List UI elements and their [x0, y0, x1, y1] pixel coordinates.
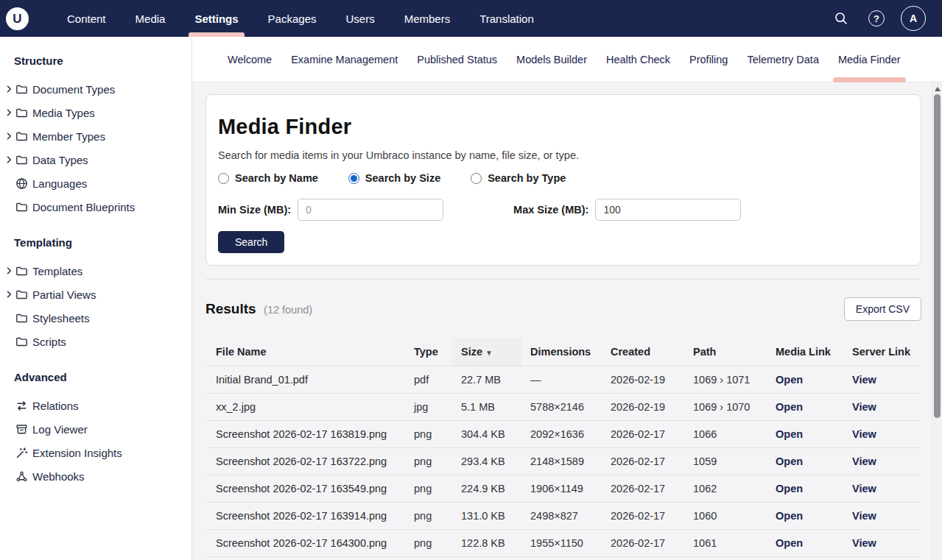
chevron-right-icon[interactable] — [4, 132, 14, 141]
tab-models-builder[interactable]: Models Builder — [507, 37, 597, 82]
topnav-item-settings[interactable]: Settings — [180, 0, 253, 37]
sidebar-item-data-types[interactable]: Data Types — [0, 148, 191, 171]
vertical-scrollbar[interactable] — [932, 82, 942, 560]
sidebar-item-document-types[interactable]: Document Types — [0, 77, 191, 101]
cell-file-name: Screenshot 2026-02-17 163914.png — [205, 503, 405, 530]
server-view-link[interactable]: View — [852, 428, 876, 440]
help-icon[interactable]: ? — [865, 7, 887, 29]
main-content: Media Finder Search for media items in y… — [192, 82, 942, 560]
sidebar-item-partial-views[interactable]: Partial Views — [0, 283, 191, 306]
cell-dimensions: 2148×1589 — [521, 448, 602, 475]
sidebar-item-scripts[interactable]: Scripts — [0, 330, 191, 353]
server-view-link[interactable]: View — [852, 537, 876, 549]
sort-desc-icon: ▼ — [485, 349, 493, 357]
column-header-media-link[interactable]: Media Link — [767, 338, 843, 366]
sidebar-item-stylesheets[interactable]: Stylesheets — [0, 306, 191, 330]
sidebar-item-log-viewer[interactable]: Log Viewer — [0, 417, 191, 441]
sidebar-item-label: Scripts — [32, 336, 66, 348]
cell-created: 2026-02-19 — [602, 394, 684, 421]
magic-wand-icon — [15, 447, 28, 459]
server-view-link[interactable]: View — [852, 456, 876, 467]
radio-search-by-size[interactable]: Search by Size — [348, 172, 440, 184]
min-size-input[interactable] — [298, 199, 443, 221]
media-open-link[interactable]: Open — [776, 456, 803, 467]
sidebar-item-label: Media Types — [32, 107, 95, 119]
umbraco-logo[interactable]: U — [6, 7, 29, 30]
sidebar-item-templates[interactable]: Templates — [0, 259, 191, 283]
scrollbar-up-arrow-icon[interactable] — [932, 85, 942, 93]
archive-box-icon — [15, 423, 28, 436]
webhook-icon — [15, 470, 28, 483]
topnav-item-media[interactable]: Media — [121, 0, 180, 37]
topnav-item-members[interactable]: Members — [390, 0, 465, 37]
search-mode-radio-group: Search by Name Search by Size Search by … — [218, 172, 909, 184]
avatar[interactable]: A — [901, 6, 926, 31]
server-view-link[interactable]: View — [852, 510, 876, 522]
media-open-link[interactable]: Open — [776, 428, 803, 440]
media-open-link[interactable]: Open — [776, 374, 803, 386]
server-view-link[interactable]: View — [852, 374, 876, 386]
cell-path: 1069 › 1071 — [684, 366, 767, 394]
search-button[interactable]: Search — [218, 231, 284, 253]
tab-telemetry-data[interactable]: Telemetry Data — [737, 37, 829, 82]
max-size-input[interactable] — [595, 199, 741, 221]
media-open-link[interactable]: Open — [776, 510, 803, 522]
sidebar-item-document-blueprints[interactable]: Document Blueprints — [0, 195, 191, 219]
chevron-right-icon[interactable] — [4, 85, 14, 93]
scrollbar-thumb[interactable] — [934, 94, 941, 418]
table-row: Initial Brand_01.pdf pdf 22.7 MB — 2026-… — [205, 366, 921, 394]
radio-input-name[interactable] — [218, 173, 229, 184]
tab-profiling[interactable]: Profiling — [680, 37, 737, 82]
cell-file-name: Screenshot 2026-02-17 163946.png — [205, 557, 405, 560]
server-view-link[interactable]: View — [852, 401, 876, 413]
tab-examine-management[interactable]: Examine Management — [281, 37, 407, 82]
chevron-right-icon[interactable] — [4, 108, 14, 117]
media-open-link[interactable]: Open — [776, 483, 803, 495]
chevron-right-icon[interactable] — [4, 155, 14, 164]
tab-health-check[interactable]: Health Check — [597, 37, 680, 82]
sidebar-item-label: Webhooks — [32, 470, 85, 483]
folder-icon — [15, 83, 28, 96]
folder-icon — [15, 201, 28, 213]
topnav-menu: Content Media Settings Packages Users Me… — [52, 0, 549, 37]
cell-size: 5.1 MB — [452, 394, 521, 421]
search-icon[interactable] — [830, 7, 852, 29]
media-open-link[interactable]: Open — [776, 401, 803, 413]
column-header-type[interactable]: Type — [405, 338, 452, 366]
radio-input-size[interactable] — [348, 173, 359, 184]
topnav-item-users[interactable]: Users — [331, 0, 389, 37]
sidebar-item-extension-insights[interactable]: Extension Insights — [0, 441, 191, 464]
dashboard-tabbar: Welcome Examine Management Published Sta… — [192, 37, 942, 82]
export-csv-button[interactable]: Export CSV — [844, 297, 921, 321]
chevron-right-icon[interactable] — [4, 290, 14, 299]
sidebar-item-webhooks[interactable]: Webhooks — [0, 464, 191, 488]
sidebar-item-member-types[interactable]: Member Types — [0, 124, 191, 148]
cell-created: 2026-02-17 — [602, 557, 684, 560]
topnav-item-packages[interactable]: Packages — [253, 0, 331, 37]
sidebar-item-relations[interactable]: Relations — [0, 394, 191, 417]
server-view-link[interactable]: View — [852, 483, 876, 495]
topnav-item-content[interactable]: Content — [52, 0, 121, 37]
column-header-file-name[interactable]: File Name — [205, 338, 405, 366]
cell-created: 2026-02-19 — [602, 366, 684, 394]
radio-search-by-type[interactable]: Search by Type — [471, 172, 566, 184]
column-header-created[interactable]: Created — [602, 338, 684, 366]
column-header-dimensions[interactable]: Dimensions — [521, 338, 602, 366]
cell-type: png — [405, 530, 452, 557]
globe-icon — [15, 177, 28, 190]
radio-search-by-name[interactable]: Search by Name — [218, 172, 318, 184]
tab-welcome[interactable]: Welcome — [218, 37, 281, 82]
column-header-path[interactable]: Path — [684, 338, 767, 366]
tab-media-finder[interactable]: Media Finder — [829, 37, 910, 82]
tab-published-status[interactable]: Published Status — [407, 37, 507, 82]
topnav-item-translation[interactable]: Translation — [465, 0, 549, 37]
radio-input-type[interactable] — [471, 173, 482, 184]
cell-path: 1060 — [684, 503, 767, 530]
sidebar-item-media-types[interactable]: Media Types — [0, 101, 191, 124]
cell-file-name: Screenshot 2026-02-17 163549.png — [205, 475, 405, 503]
chevron-right-icon[interactable] — [4, 266, 14, 275]
media-open-link[interactable]: Open — [776, 537, 803, 549]
column-header-size[interactable]: Size▼ — [452, 338, 521, 366]
column-header-server-link[interactable]: Server Link — [843, 338, 921, 366]
sidebar-item-languages[interactable]: Languages — [0, 171, 191, 195]
